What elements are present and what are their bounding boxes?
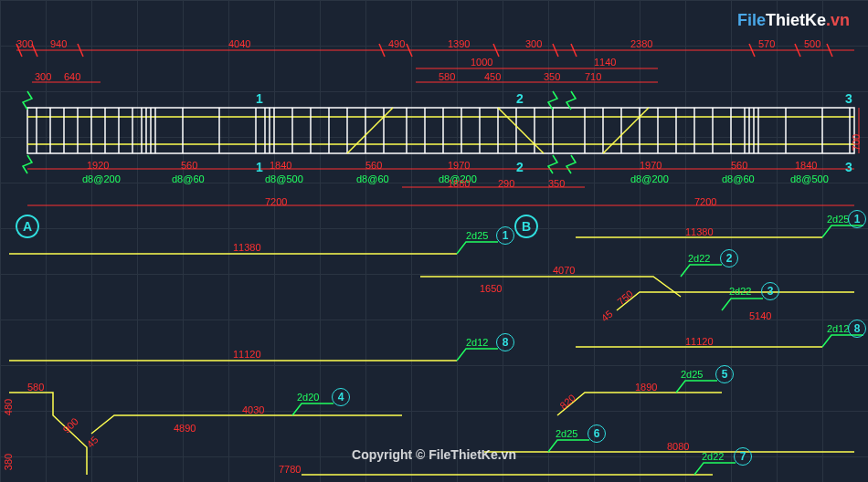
bar5-num: 5 [715,365,734,383]
dim-300: 300 [16,38,33,49]
logo: FileThietKe.vn [737,11,850,30]
barl-480: 480 [3,399,14,415]
bar6-len: 8080 [667,441,689,452]
bar4-num: 4 [332,388,350,406]
section-3-top: 3 [845,91,852,106]
bar8b-len: 11120 [685,336,714,347]
bar5-len: 1890 [635,382,657,393]
dim-350: 350 [544,71,560,82]
dim-710: 710 [585,71,601,82]
copyright-watermark: Copyright © FileThietKe.vn [352,447,516,462]
dim-top-row2 [32,68,658,82]
section-3-bot: 3 [845,160,852,174]
bar2-len: 4070 [553,265,575,276]
dim-1140: 1140 [594,57,616,68]
bar3-len: 5140 [749,310,771,321]
barl-580: 580 [27,382,44,393]
dim-560b: 560 [365,160,382,171]
bar2-sub: 1650 [480,283,502,294]
bar3-label: 2d22 [729,286,751,297]
stirrup-7: d8@60 [722,173,755,184]
drawing-canvas [0,0,868,482]
dim-570: 570 [758,38,775,49]
dim-1970b: 1970 [640,160,662,171]
stirrup-4: d8@60 [356,173,389,184]
bar3-num: 3 [761,282,779,300]
stirrup-2: d8@60 [172,173,205,184]
dim-4040: 4040 [228,38,250,49]
stirrup-6: d8@200 [630,173,669,184]
dim-2380: 2380 [630,38,652,49]
logo-part2: ThietKe [766,11,826,29]
svg-line-53 [603,108,649,153]
section-1-top: 1 [256,91,263,106]
dim-1390: 1390 [448,38,470,49]
dim-1840b: 1840 [795,160,817,171]
bar1b-len: 11380 [685,226,714,237]
bar8b-label: 2d12 [827,323,849,334]
bar7-len: 7780 [279,464,301,475]
dim-560c: 560 [731,160,747,171]
bar8-num: 8 [496,333,514,351]
grid-bubble-a: A [16,215,39,238]
bar6-num: 6 [587,424,606,443]
dim-300b: 300 [525,38,542,49]
stirrups [37,108,850,153]
bar4-label: 2d20 [297,392,319,403]
bar2-label: 2d22 [688,253,710,264]
grid-bubble-b: B [514,215,538,238]
svg-line-51 [347,108,393,153]
svg-line-52 [498,108,544,153]
bar8-label: 2d12 [466,337,488,348]
stirrup-1: d8@200 [82,173,121,184]
section-2-top: 2 [516,91,524,106]
logo-part3: .vn [826,11,850,29]
span-7200b: 7200 [694,196,716,207]
dim-350b: 350 [548,178,565,189]
dim-r2-300: 300 [35,71,51,82]
span-7200a: 7200 [265,196,287,207]
section-1-bot: 1 [256,160,263,174]
dim-500: 500 [804,38,820,49]
bar1-len: 11380 [233,242,261,253]
bar5-label: 2d25 [681,369,703,380]
dim-top-row1 [16,44,854,57]
stirrup-8: d8@500 [790,173,829,184]
bar6-label: 2d25 [556,428,577,439]
dim-560a: 560 [181,160,197,171]
bar1-label: 2d25 [466,230,488,241]
bar4-len: 4030 [242,404,264,415]
bar7-num: 7 [734,447,752,466]
dim-1920: 1920 [87,160,109,171]
section-2-bot: 2 [516,160,524,174]
dim-1000: 1000 [471,57,492,68]
bar7-label: 2d22 [702,451,724,462]
dim-580: 580 [439,71,455,82]
dim-450: 450 [484,71,501,82]
dim-1880: 1880 [448,178,470,189]
stirrup-3: d8@500 [265,173,303,184]
bar2-num: 2 [720,249,738,267]
dim-940: 940 [50,38,67,49]
logo-part1: File [737,11,766,29]
dim-1970a: 1970 [448,160,470,171]
bar1b-num: 1 [848,210,866,228]
bar8-len: 11120 [233,349,261,360]
barl-380: 380 [3,454,14,470]
dim-640: 640 [64,71,80,82]
bar4-sub: 4890 [174,423,196,434]
dim-1840a: 1840 [270,160,291,171]
bar1-num: 1 [496,226,514,245]
bar1b-label: 2d25 [827,214,849,225]
dim-290: 290 [498,178,514,189]
dim-700: 700 [851,134,862,151]
dim-490: 490 [388,38,405,49]
bar8b-num: 8 [848,320,866,338]
